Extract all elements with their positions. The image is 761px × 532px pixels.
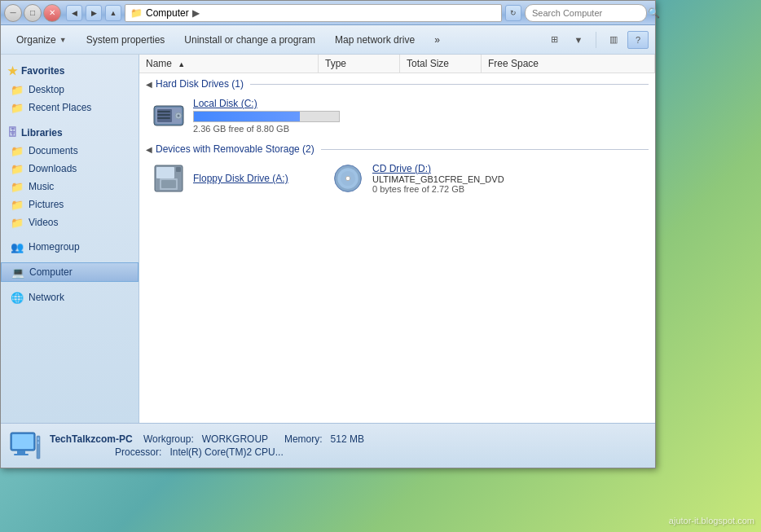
title-bar-buttons: ─ □ ✕ — [4, 4, 61, 22]
hard-disk-section-line — [250, 84, 649, 85]
svg-rect-6 — [157, 114, 170, 116]
forward-button[interactable]: ▶ — [86, 5, 102, 21]
more-label: » — [434, 34, 440, 46]
view-options-button[interactable]: ⊞ — [543, 31, 565, 49]
memory-label: Memory: — [284, 433, 323, 445]
cd-drive-d-item[interactable]: CD Drive (D:) ULTIMATE_GB1CFRE_EN_DVD 0 … — [319, 158, 517, 199]
pictures-label: Pictures — [29, 199, 64, 210]
floppy-icon — [152, 164, 185, 193]
sidebar-item-pictures[interactable]: 📁 Pictures — [1, 196, 139, 213]
search-input[interactable] — [532, 8, 644, 18]
explorer-window: ─ □ ✕ ◀ ▶ ▲ 📁 Computer ▶ ↻ 🔍 Organize ▼ — [0, 0, 656, 468]
sidebar-item-downloads[interactable]: 📁 Downloads — [1, 160, 139, 178]
col-header-total-size[interactable]: Total Size — [400, 55, 482, 73]
col-header-free-space[interactable]: Free Space — [482, 55, 655, 73]
homegroup-label: Homegroup — [29, 241, 80, 253]
sidebar-item-desktop[interactable]: 📁 Desktop — [1, 81, 139, 99]
pc-name: TechTalkzcom-PC — [50, 433, 133, 445]
refresh-button[interactable]: ↻ — [505, 5, 521, 21]
cd-drive-info: CD Drive (D:) ULTIMATE_GB1CFRE_EN_DVD 0 … — [372, 163, 504, 194]
libraries-header[interactable]: 🗄 Libraries — [1, 123, 139, 142]
svg-rect-12 — [176, 167, 181, 172]
uninstall-label: Uninstall or change a program — [184, 34, 315, 46]
documents-icon: 📁 — [11, 144, 24, 157]
organize-button[interactable]: Organize ▼ — [7, 29, 76, 51]
library-icon: 🗄 — [7, 126, 18, 138]
map-network-button[interactable]: Map network drive — [326, 29, 424, 51]
svg-rect-9 — [156, 167, 174, 178]
svg-rect-24 — [37, 442, 39, 444]
desktop-icon: 📁 — [11, 83, 24, 96]
organize-dropdown-icon: ▼ — [59, 36, 67, 44]
cd-drive-name[interactable]: CD Drive (D:) — [372, 163, 504, 174]
computer-section: 💻 Computer — [1, 262, 139, 282]
uninstall-button[interactable]: Uninstall or change a program — [175, 29, 324, 51]
breadcrumb-bar[interactable]: 📁 Computer ▶ — [125, 4, 502, 22]
desktop-label: Desktop — [29, 84, 64, 95]
svg-rect-21 — [14, 454, 29, 455]
svg-rect-23 — [37, 437, 39, 440]
svg-rect-20 — [17, 451, 25, 454]
svg-point-4 — [178, 115, 180, 117]
floppy-drive-name[interactable]: Floppy Disk Drive (A:) — [193, 173, 306, 184]
cd-drive-free-text: 0 bytes free of 2.72 GB — [372, 184, 504, 194]
close-button[interactable]: ✕ — [43, 4, 61, 22]
documents-label: Documents — [29, 145, 78, 156]
breadcrumb-arrow-icon: ▶ — [192, 7, 200, 19]
sidebar-item-homegroup[interactable]: 👥 Homegroup — [1, 238, 139, 256]
up-button[interactable]: ▲ — [105, 5, 121, 21]
hard-disk-triangle-icon: ◀ — [146, 80, 152, 89]
workgroup-label: Workgroup: — [143, 433, 194, 445]
floppy-drive-a-item[interactable]: Floppy Disk Drive (A:) — [139, 158, 319, 199]
libraries-label: Libraries — [21, 127, 63, 138]
sidebar: ★ Favorites 📁 Desktop 📁 Recent Places 🗄 … — [1, 55, 139, 423]
sidebar-item-videos[interactable]: 📁 Videos — [1, 213, 139, 231]
maximize-button[interactable]: □ — [24, 4, 42, 22]
column-headers: Name ▲ Type Total Size Free Space — [139, 55, 655, 73]
removable-section-label: Devices with Removable Storage (2) — [156, 143, 315, 155]
view-dropdown-button[interactable]: ▼ — [568, 31, 589, 49]
videos-icon: 📁 — [11, 216, 24, 229]
help-button[interactable]: ? — [627, 31, 649, 49]
sidebar-item-network[interactable]: 🌐 Network — [1, 288, 139, 306]
organize-label: Organize — [16, 34, 56, 46]
col-header-name[interactable]: Name ▲ — [139, 55, 319, 73]
minimize-button[interactable]: ─ — [4, 4, 22, 22]
recent-places-label: Recent Places — [29, 102, 91, 113]
sort-icon: ▲ — [178, 60, 185, 68]
local-disk-name[interactable]: Local Disk (C:) — [193, 98, 642, 109]
network-icon: 🌐 — [11, 291, 24, 304]
music-label: Music — [29, 181, 54, 192]
removable-triangle-icon: ◀ — [146, 145, 152, 154]
sidebar-item-music[interactable]: 📁 Music — [1, 178, 139, 196]
system-properties-button[interactable]: System properties — [77, 29, 174, 51]
sidebar-item-computer[interactable]: 💻 Computer — [1, 262, 139, 282]
back-button[interactable]: ◀ — [66, 5, 82, 21]
favorites-section: ★ Favorites 📁 Desktop 📁 Recent Places — [1, 61, 139, 117]
system-properties-label: System properties — [86, 34, 165, 46]
svg-rect-7 — [157, 117, 170, 119]
recent-places-icon: 📁 — [11, 101, 24, 114]
hard-disk-section-label: Hard Disk Drives (1) — [156, 78, 244, 90]
videos-label: Videos — [29, 217, 58, 228]
svg-point-16 — [345, 176, 350, 180]
sidebar-item-recent-places[interactable]: 📁 Recent Places — [1, 99, 139, 117]
search-box[interactable]: 🔍 — [525, 4, 647, 22]
downloads-icon: 📁 — [11, 162, 24, 175]
libraries-section: 🗄 Libraries 📁 Documents 📁 Downloads 📁 Mu… — [1, 123, 139, 231]
col-header-type[interactable]: Type — [319, 55, 400, 73]
favorites-header[interactable]: ★ Favorites — [1, 61, 139, 81]
more-button[interactable]: » — [425, 29, 449, 51]
sidebar-item-documents[interactable]: 📁 Documents — [1, 142, 139, 160]
preview-pane-button[interactable]: ▥ — [603, 31, 624, 49]
local-disk-c-item[interactable]: Local Disk (C:) 2.36 GB free of 8.80 GB — [139, 93, 655, 138]
memory-value: 512 MB — [331, 433, 364, 445]
toolbar-right: ⊞ ▼ ▥ ? — [543, 31, 649, 49]
network-section: 🌐 Network — [1, 288, 139, 306]
downloads-label: Downloads — [29, 163, 77, 174]
floppy-drive-info: Floppy Disk Drive (A:) — [193, 173, 306, 184]
star-icon: ★ — [7, 64, 18, 77]
cd-drive-label: ULTIMATE_GB1CFRE_EN_DVD — [372, 174, 504, 184]
homegroup-section: 👥 Homegroup — [1, 238, 139, 256]
status-line-1: TechTalkzcom-PC Workgroup: WORKGROUP Mem… — [50, 433, 364, 445]
